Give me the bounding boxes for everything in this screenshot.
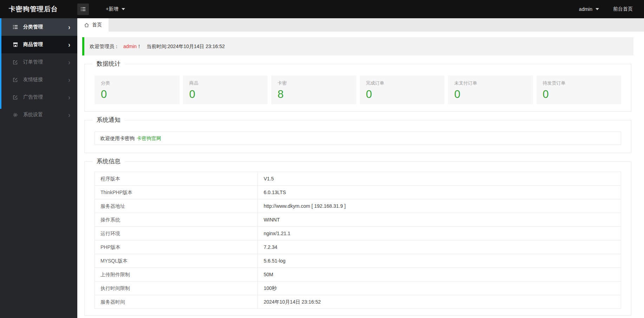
menu-toggle-button[interactable]: [77, 4, 89, 15]
stat-card-goods: 商品 0: [183, 75, 268, 104]
row-label: 运行环境: [95, 227, 258, 240]
row-value: V1.5: [258, 172, 621, 186]
row-label: 上传附件限制: [95, 268, 258, 281]
sidebar-item-orders[interactable]: 订单管理 ›: [0, 53, 77, 71]
stat-label: 卡密: [278, 80, 350, 86]
row-value: 5.6.51-log: [258, 254, 621, 268]
stats-section: 数据统计 分类 0 商品 0 卡密 8 完成订单 0: [84, 64, 631, 112]
table-row: PHP版本 7.2.34: [95, 240, 621, 254]
sidebar-item-label: 商品管理: [23, 41, 43, 48]
welcome-exclaim: ！: [137, 44, 142, 49]
notice-box: 欢迎使用卡密狗卡密狗官网: [95, 132, 621, 145]
row-label: MYSQL版本: [95, 254, 258, 268]
table-row: 执行时间限制 100秒: [95, 281, 621, 295]
user-dropdown[interactable]: admin: [579, 6, 599, 12]
chevron-down-icon: [596, 8, 599, 10]
welcome-username: admin: [123, 44, 137, 49]
stat-value: 8: [278, 88, 350, 101]
row-label: 服务器时间: [95, 295, 258, 309]
sysinfo-section-title: 系统信息: [92, 157, 125, 165]
sidebar-item-category[interactable]: 分类管理 ›: [0, 18, 77, 36]
sidebar-nav: 分类管理 › 商品管理 › 订单管理 ›: [0, 18, 77, 318]
stat-label: 商品: [189, 80, 262, 86]
row-label: 操作系统: [95, 213, 258, 227]
add-new-label: +新增: [106, 6, 118, 12]
table-row: 操作系统 WINNT: [95, 213, 621, 227]
table-row: MYSQL版本 5.6.51-log: [95, 254, 621, 268]
row-label: ThinkPHP版本: [95, 186, 258, 199]
row-value: 100秒: [258, 281, 621, 295]
stat-label: 未支付订单: [454, 80, 527, 86]
stat-cards: 分类 0 商品 0 卡密 8 完成订单 0 未支付订单 0: [95, 75, 621, 104]
edit-icon: [13, 77, 19, 82]
stat-card-completed-orders: 完成订单 0: [360, 75, 445, 104]
row-value: 6.0.13LTS: [258, 186, 621, 199]
notice-text: 欢迎使用卡密狗: [100, 135, 135, 141]
home-icon: [84, 22, 89, 28]
stat-card-category: 分类 0: [95, 75, 180, 104]
tab-bar: 首页: [77, 18, 644, 32]
table-row: 运行环境 nginx/1.21.1: [95, 227, 621, 240]
welcome-time: 当前时间:2024年10月14日 23:16:52: [147, 44, 225, 49]
row-value: WINNT: [258, 213, 621, 227]
stat-label: 待发货订单: [543, 80, 615, 86]
stat-value: 0: [543, 88, 615, 101]
edit-icon: [13, 94, 19, 100]
row-value: http://www.dkym.com [ 192.168.31.9 ]: [258, 199, 621, 213]
chevron-right-icon: ›: [68, 111, 70, 118]
stat-card-unpaid-orders: 未支付订单 0: [448, 75, 533, 104]
table-row: ThinkPHP版本 6.0.13LTS: [95, 186, 621, 199]
table-row: 上传附件限制 50M: [95, 268, 621, 281]
tab-home[interactable]: 首页: [77, 18, 109, 32]
chevron-right-icon: ›: [68, 94, 70, 101]
stat-label: 分类: [101, 80, 173, 86]
main-area: 首页 欢迎管理员：admin！当前时间:2024年10月14日 23:16:52…: [77, 18, 644, 318]
stat-value: 0: [366, 88, 438, 101]
sidebar-item-label: 友情链接: [23, 77, 43, 83]
frontend-home-link[interactable]: 前台首页: [613, 6, 633, 12]
table-row: 服务器时间 2024年10月14日 23:16:52: [95, 295, 621, 309]
sidebar-item-label: 分类管理: [23, 24, 43, 30]
gear-icon: [13, 112, 19, 118]
header-right: admin 前台首页: [579, 6, 644, 12]
stat-card-pending-shipment: 待发货订单 0: [536, 75, 622, 104]
sidebar-item-goods[interactable]: 商品管理 ›: [0, 36, 77, 53]
chevron-right-icon: ›: [68, 59, 70, 66]
sysinfo-table: 程序版本 V1.5 ThinkPHP版本 6.0.13LTS 服务器地址 htt…: [95, 172, 621, 309]
official-site-link[interactable]: 卡密狗官网: [137, 135, 161, 141]
sidebar-item-ads[interactable]: 广告管理 ›: [0, 88, 77, 106]
shop-icon: [13, 42, 19, 47]
row-label: 服务器地址: [95, 199, 258, 213]
sidebar-item-label: 订单管理: [23, 59, 43, 65]
chevron-right-icon: ›: [68, 24, 70, 31]
sidebar-item-settings[interactable]: 系统设置 ›: [0, 106, 77, 124]
username-label: admin: [579, 6, 592, 12]
tab-home-label: 首页: [92, 22, 102, 28]
stats-section-title: 数据统计: [92, 60, 125, 68]
add-new-dropdown[interactable]: +新增: [106, 6, 125, 12]
sidebar-item-label: 广告管理: [23, 94, 43, 100]
stat-label: 完成订单: [366, 80, 438, 86]
chevron-down-icon: [122, 8, 125, 10]
app-title: 卡密狗管理后台: [0, 5, 77, 14]
stat-value: 0: [454, 88, 527, 101]
notice-section: 系统通知 欢迎使用卡密狗卡密狗官网: [84, 120, 631, 153]
row-label: 程序版本: [95, 172, 258, 186]
page-content: 欢迎管理员：admin！当前时间:2024年10月14日 23:16:52 数据…: [77, 32, 644, 316]
sidebar-scrollbar[interactable]: [0, 18, 1, 109]
sidebar-item-links[interactable]: 友情链接 ›: [0, 71, 77, 88]
edit-icon: [13, 59, 19, 65]
sidebar-item-label: 系统设置: [23, 112, 43, 118]
notice-section-title: 系统通知: [92, 116, 125, 124]
row-value: nginx/1.21.1: [258, 227, 621, 240]
top-header: 卡密狗管理后台 +新增 admin 前台首页: [0, 0, 644, 18]
list-icon: [13, 24, 19, 30]
row-label: PHP版本: [95, 240, 258, 254]
hamburger-list-icon: [80, 6, 86, 12]
stat-value: 0: [189, 88, 262, 101]
row-value: 50M: [258, 268, 621, 281]
row-value: 2024年10月14日 23:16:52: [258, 295, 621, 309]
chevron-right-icon: ›: [68, 76, 70, 83]
table-row: 程序版本 V1.5: [95, 172, 621, 186]
welcome-alert: 欢迎管理员：admin！当前时间:2024年10月14日 23:16:52: [82, 37, 633, 55]
